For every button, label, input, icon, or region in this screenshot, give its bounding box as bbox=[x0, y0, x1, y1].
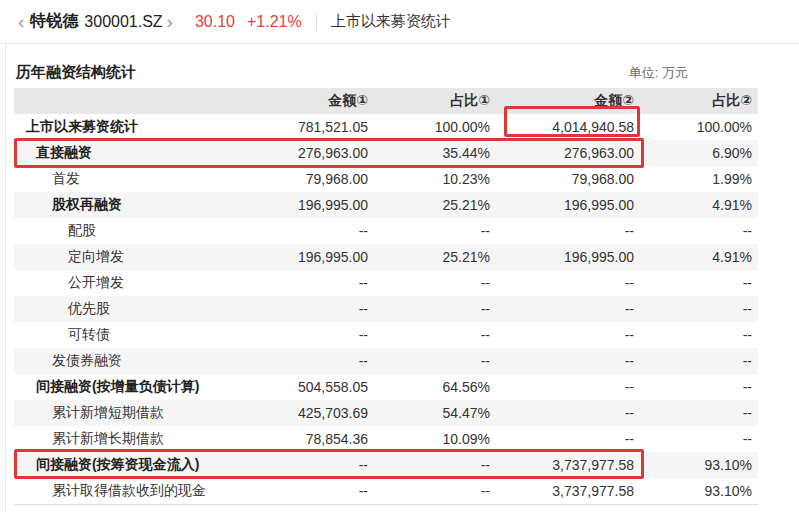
cell-amount2: 196,995.00 bbox=[490, 197, 634, 213]
cell-ratio2: -- bbox=[634, 379, 752, 395]
table-row: 直接融资276,963.0035.44%276,963.006.90% bbox=[14, 140, 758, 166]
cell-amount1: -- bbox=[228, 457, 368, 473]
table-row: 配股-------- bbox=[14, 218, 758, 244]
cell-amount2: -- bbox=[490, 405, 634, 421]
cell-amount1: -- bbox=[228, 483, 368, 499]
cell-amount2: -- bbox=[490, 223, 634, 239]
row-label: 公开增发 bbox=[14, 274, 228, 292]
cell-ratio2: -- bbox=[634, 431, 752, 447]
cell-ratio2: -- bbox=[634, 275, 752, 291]
cell-amount2: -- bbox=[490, 431, 634, 447]
back-chevron-icon[interactable]: ‹ bbox=[14, 12, 28, 31]
row-label: 直接融资 bbox=[14, 144, 228, 162]
row-label: 累计新增长期借款 bbox=[14, 430, 228, 448]
column-header-ratio2: 占比② bbox=[634, 92, 752, 110]
column-header-amount1: 金额① bbox=[228, 92, 368, 110]
cell-ratio1: 35.44% bbox=[368, 145, 490, 161]
cell-amount1: 504,558.05 bbox=[228, 379, 368, 395]
table-row: 股权再融资196,995.0025.21%196,995.004.91% bbox=[14, 192, 758, 218]
stock-price: 30.10 bbox=[195, 13, 235, 31]
cell-ratio1: -- bbox=[368, 327, 490, 343]
top-navigation-bar: ‹ 特锐德 300001.SZ › 30.10 +1.21% 上市以来募资统计 bbox=[0, 0, 799, 44]
table-row: 发债券融资-------- bbox=[14, 348, 758, 374]
section-title: 历年融资结构统计 bbox=[16, 63, 136, 82]
cell-amount2: -- bbox=[490, 275, 634, 291]
row-label: 可转债 bbox=[14, 326, 228, 344]
cell-amount2: 276,963.00 bbox=[490, 145, 634, 161]
row-label: 优先股 bbox=[14, 300, 228, 318]
cell-ratio2: -- bbox=[634, 327, 752, 343]
cell-ratio1: 25.21% bbox=[368, 197, 490, 213]
cell-ratio2: 100.00% bbox=[634, 119, 752, 135]
cell-amount2: -- bbox=[490, 301, 634, 317]
financing-structure-table: 金额① 占比① 金额② 占比② 上市以来募资统计781,521.05100.00… bbox=[14, 88, 758, 505]
table-row: 累计新增短期借款425,703.6954.47%---- bbox=[14, 400, 758, 426]
cell-ratio1: 25.21% bbox=[368, 249, 490, 265]
cell-ratio1: -- bbox=[368, 353, 490, 369]
table-row: 间接融资(按增量负债计算)504,558.0564.56%---- bbox=[14, 374, 758, 400]
table-header-row: 金额① 占比① 金额② 占比② bbox=[14, 88, 758, 114]
cell-amount2: 4,014,940.58 bbox=[490, 119, 634, 135]
cell-ratio1: -- bbox=[368, 301, 490, 317]
cell-amount2: 79,968.00 bbox=[490, 171, 634, 187]
cell-amount1: -- bbox=[228, 301, 368, 317]
divider bbox=[316, 13, 317, 30]
cell-amount1: 79,968.00 bbox=[228, 171, 368, 187]
cell-ratio1: -- bbox=[368, 457, 490, 473]
cell-ratio2: 1.99% bbox=[634, 171, 752, 187]
cell-ratio2: 4.91% bbox=[634, 197, 752, 213]
row-label: 上市以来募资统计 bbox=[14, 118, 228, 136]
row-label: 累计新增短期借款 bbox=[14, 404, 228, 422]
forward-chevron-icon[interactable]: › bbox=[163, 12, 177, 31]
cell-amount2: -- bbox=[490, 379, 634, 395]
row-label: 发债券融资 bbox=[14, 352, 228, 370]
cell-ratio1: -- bbox=[368, 483, 490, 499]
row-label: 首发 bbox=[14, 170, 228, 188]
cell-ratio1: 64.56% bbox=[368, 379, 490, 395]
page-title: 上市以来募资统计 bbox=[331, 12, 451, 31]
cell-ratio1: 54.47% bbox=[368, 405, 490, 421]
app-screen: ‹ 特锐德 300001.SZ › 30.10 +1.21% 上市以来募资统计 … bbox=[0, 0, 799, 512]
cell-ratio2: -- bbox=[634, 405, 752, 421]
cell-amount1: -- bbox=[228, 327, 368, 343]
cell-amount1: -- bbox=[228, 275, 368, 291]
column-header-amount2: 金额② bbox=[490, 92, 634, 110]
row-label: 间接融资(按增量负债计算) bbox=[14, 378, 228, 396]
cell-amount2: -- bbox=[490, 327, 634, 343]
cell-amount1: 196,995.00 bbox=[228, 249, 368, 265]
cell-ratio2: 93.10% bbox=[634, 483, 752, 499]
table-row: 首发79,968.0010.23%79,968.001.99% bbox=[14, 166, 758, 192]
panel-left-border bbox=[5, 44, 6, 512]
cell-amount2: 196,995.00 bbox=[490, 249, 634, 265]
cell-ratio1: 10.23% bbox=[368, 171, 490, 187]
stock-change-percent: +1.21% bbox=[247, 13, 302, 31]
row-label: 股权再融资 bbox=[14, 196, 228, 214]
cell-ratio2: 93.10% bbox=[634, 457, 752, 473]
cell-ratio2: -- bbox=[634, 301, 752, 317]
cell-amount1: 276,963.00 bbox=[228, 145, 368, 161]
cell-amount2: 3,737,977.58 bbox=[490, 457, 634, 473]
table-row: 上市以来募资统计781,521.05100.00%4,014,940.58100… bbox=[14, 114, 758, 140]
cell-ratio1: -- bbox=[368, 275, 490, 291]
cell-amount1: 781,521.05 bbox=[228, 119, 368, 135]
table-row: 优先股-------- bbox=[14, 296, 758, 322]
cell-ratio1: 100.00% bbox=[368, 119, 490, 135]
cell-amount1: 425,703.69 bbox=[228, 405, 368, 421]
cell-amount2: 3,737,977.58 bbox=[490, 483, 634, 499]
cell-ratio1: 10.09% bbox=[368, 431, 490, 447]
cell-amount1: -- bbox=[228, 223, 368, 239]
row-label: 间接融资(按筹资现金流入) bbox=[14, 456, 228, 474]
cell-amount2: -- bbox=[490, 353, 634, 369]
row-label: 配股 bbox=[14, 222, 228, 240]
section-header: 历年融资结构统计 单位: 万元 bbox=[16, 57, 758, 88]
stock-code: 300001.SZ bbox=[84, 13, 162, 31]
table-row: 定向增发196,995.0025.21%196,995.004.91% bbox=[14, 244, 758, 270]
table-row: 累计取得借款收到的现金----3,737,977.5893.10% bbox=[14, 478, 758, 504]
table-body: 上市以来募资统计781,521.05100.00%4,014,940.58100… bbox=[14, 114, 758, 505]
cell-ratio2: 4.91% bbox=[634, 249, 752, 265]
cell-ratio2: -- bbox=[634, 223, 752, 239]
table-row: 累计新增长期借款78,854.3610.09%---- bbox=[14, 426, 758, 452]
table-row: 公开增发-------- bbox=[14, 270, 758, 296]
cell-ratio2: 6.90% bbox=[634, 145, 752, 161]
row-label: 累计取得借款收到的现金 bbox=[14, 482, 228, 500]
